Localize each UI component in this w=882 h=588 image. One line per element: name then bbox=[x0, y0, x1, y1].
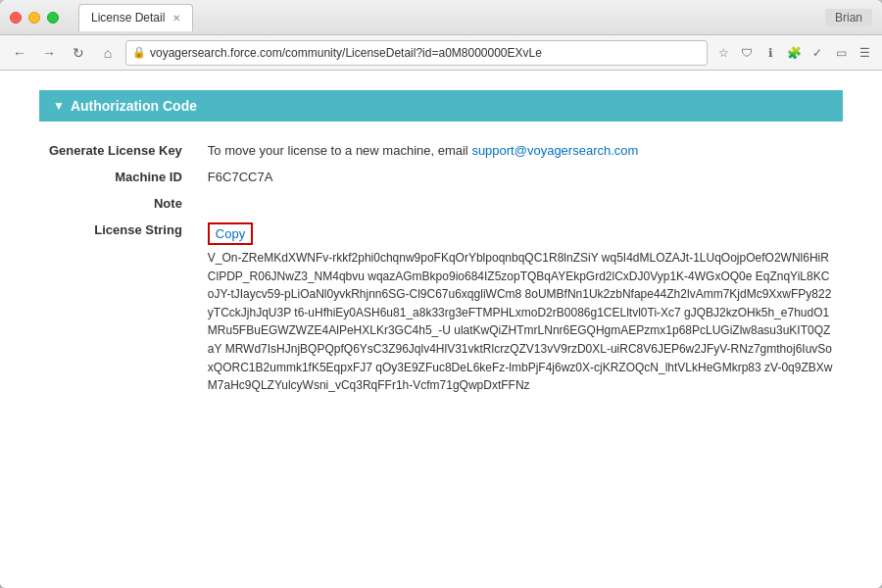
machine-id-label: Machine ID bbox=[39, 164, 198, 190]
generate-text: To move your license to a new machine, e… bbox=[208, 143, 472, 158]
check-icon[interactable]: ✓ bbox=[808, 43, 827, 63]
forward-button[interactable]: → bbox=[37, 41, 61, 65]
back-button[interactable]: ← bbox=[8, 41, 31, 65]
section-header: ▼ Authorization Code bbox=[39, 90, 843, 122]
minimize-button[interactable] bbox=[28, 12, 40, 24]
section-arrow-icon: ▼ bbox=[53, 99, 65, 113]
machine-id-value: F6C7CC7A bbox=[198, 164, 843, 190]
address-input[interactable] bbox=[150, 46, 701, 60]
section-title: Authorization Code bbox=[71, 98, 197, 114]
generate-value: To move your license to a new machine, e… bbox=[198, 137, 843, 164]
copy-button-wrapper: Copy bbox=[208, 222, 253, 245]
license-string-text: V_On-ZReMKdXWNFv-rkkf2phi0chqnw9poFKqOrY… bbox=[208, 249, 833, 395]
generate-row: Generate License Key To move your licens… bbox=[39, 137, 843, 164]
home-button[interactable]: ⌂ bbox=[96, 41, 120, 65]
active-tab[interactable]: License Detail ✕ bbox=[78, 4, 193, 31]
refresh-button[interactable]: ↻ bbox=[67, 41, 90, 65]
machine-id-row: Machine ID F6C7CC7A bbox=[39, 164, 843, 190]
maximize-button[interactable] bbox=[47, 12, 59, 24]
generate-label: Generate License Key bbox=[39, 137, 198, 164]
copy-button[interactable]: Copy bbox=[216, 226, 245, 241]
user-badge: Brian bbox=[825, 9, 872, 26]
info-icon[interactable]: ℹ bbox=[760, 43, 780, 63]
menu-icon[interactable]: ☰ bbox=[855, 43, 874, 63]
shield-icon[interactable]: 🛡 bbox=[737, 43, 757, 63]
license-string-content: Copy V_On-ZReMKdXWNFv-rkkf2phi0chqnw9poF… bbox=[198, 217, 843, 401]
title-bar: License Detail ✕ Brian bbox=[0, 0, 882, 35]
tab-title: License Detail bbox=[91, 11, 165, 24]
license-string-label: License String bbox=[39, 217, 198, 401]
address-bar-wrap: 🔒 bbox=[125, 40, 708, 66]
note-value bbox=[198, 190, 843, 217]
form-table: Generate License Key To move your licens… bbox=[39, 137, 843, 401]
note-label: Note bbox=[39, 190, 198, 217]
extension-icon[interactable]: 🧩 bbox=[784, 43, 804, 63]
close-button[interactable] bbox=[10, 12, 22, 24]
page-content: ▼ Authorization Code Generate License Ke… bbox=[0, 71, 882, 588]
tab-bar: License Detail ✕ bbox=[78, 4, 825, 31]
toolbar: ← → ↻ ⌂ 🔒 ☆ 🛡 ℹ 🧩 ✓ ▭ ☰ bbox=[0, 35, 882, 71]
tab-close-icon[interactable]: ✕ bbox=[172, 13, 180, 24]
license-string-row: License String Copy V_On-ZReMKdXWNFv-rkk… bbox=[39, 217, 843, 401]
star-icon[interactable]: ☆ bbox=[713, 43, 733, 63]
window-controls bbox=[10, 12, 59, 24]
lock-icon: 🔒 bbox=[132, 46, 146, 59]
note-row: Note bbox=[39, 190, 843, 217]
toolbar-icons: ☆ 🛡 ℹ 🧩 ✓ ▭ ☰ bbox=[713, 43, 874, 63]
browser-window: License Detail ✕ Brian ← → ↻ ⌂ 🔒 ☆ 🛡 ℹ 🧩… bbox=[0, 0, 882, 588]
support-email-link[interactable]: support@voyagersearch.com bbox=[471, 143, 638, 158]
cast-icon[interactable]: ▭ bbox=[831, 43, 851, 63]
